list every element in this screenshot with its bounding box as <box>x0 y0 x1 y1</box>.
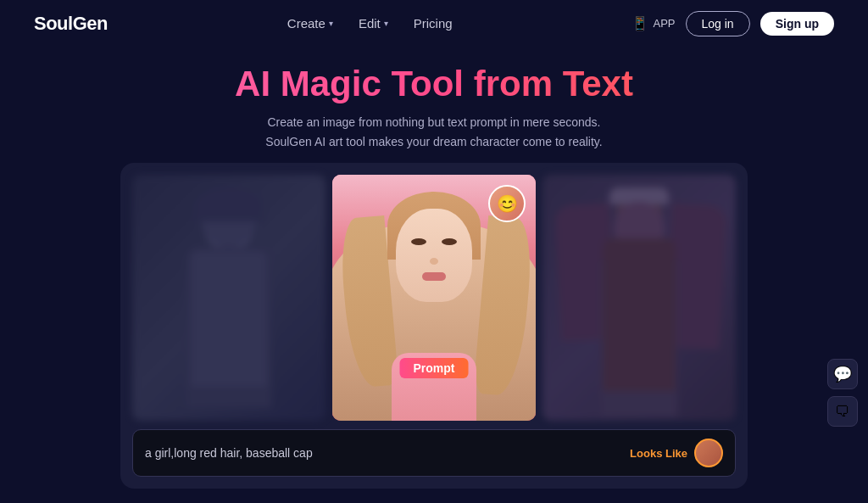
looks-like-label: Looks Like <box>630 447 687 460</box>
prompt-input-text: a girl,long red hair, baseball cap <box>145 446 621 460</box>
logo[interactable]: SoulGen <box>34 13 108 35</box>
chat-icon-1[interactable]: 💬 <box>827 359 858 389</box>
looks-like-section[interactable]: Looks Like <box>630 439 723 467</box>
phone-icon: 📱 <box>632 15 648 31</box>
hero-subtitle: Create an image from nothing but text pr… <box>0 113 868 151</box>
nav-edit[interactable]: Edit ▾ <box>359 16 388 31</box>
chevron-down-icon: ▾ <box>329 19 333 28</box>
silhouette-left <box>132 175 326 421</box>
profile-avatar: 😊 <box>488 185 526 222</box>
showcase-panel: 😊 Prompt a girl,long red hair, baseball … <box>120 163 748 489</box>
app-label[interactable]: 📱 APP <box>632 15 675 31</box>
login-button[interactable]: Log in <box>686 11 750 36</box>
looks-like-avatar <box>694 439 723 467</box>
image-row: 😊 Prompt <box>132 175 736 421</box>
prompt-tag: Prompt <box>400 358 469 378</box>
side-image-left <box>132 175 326 421</box>
side-image-right <box>542 175 736 421</box>
signup-button[interactable]: Sign up <box>760 12 834 36</box>
hero-section: AI Magic Tool from Text Create an image … <box>0 47 868 163</box>
floating-icons: 💬 🗨 <box>827 359 858 427</box>
nav-create[interactable]: Create ▾ <box>287 16 333 31</box>
center-image: 😊 Prompt <box>332 175 536 421</box>
nav-right: 📱 APP Log in Sign up <box>632 11 834 36</box>
silhouette-right <box>542 175 736 421</box>
navbar: SoulGen Create ▾ Edit ▾ Pricing 📱 APP Lo… <box>0 0 868 47</box>
chat-icon-2[interactable]: 🗨 <box>827 396 858 427</box>
chevron-down-icon: ▾ <box>384 19 388 28</box>
nav-center: Create ▾ Edit ▾ Pricing <box>287 16 453 31</box>
nav-pricing[interactable]: Pricing <box>414 16 453 31</box>
hero-title: AI Magic Tool from Text <box>0 64 868 104</box>
prompt-bar[interactable]: a girl,long red hair, baseball cap Looks… <box>132 429 736 477</box>
